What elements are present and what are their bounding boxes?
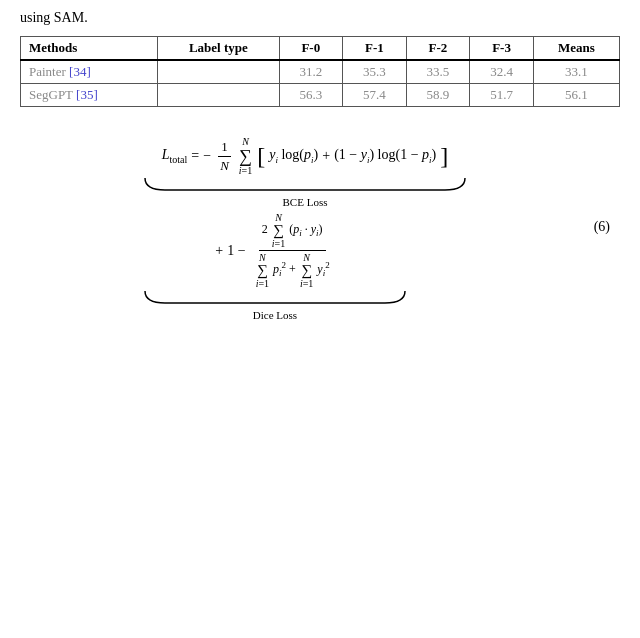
f3-cell: 51.7 <box>470 84 534 107</box>
table-row: Painter [34]31.235.333.532.433.1 <box>21 60 620 84</box>
label-type-cell <box>158 84 279 107</box>
formula-inner: Ltotal = − 1 N N ∑ i=1 [ <box>135 132 475 321</box>
formula-section: Ltotal = − 1 N N ∑ i=1 [ <box>20 127 620 326</box>
dice-section: + 1 − 2 N ∑ i=1 (pi · yi) <box>135 212 415 321</box>
dice-brace-svg <box>135 289 415 307</box>
full-equation: Ltotal = − 1 N N ∑ i=1 [ <box>30 132 610 321</box>
col-header-f0: F-0 <box>279 37 343 61</box>
bce-formula-row: Ltotal = − 1 N N ∑ i=1 [ <box>162 136 448 176</box>
dice-label: Dice Loss <box>253 309 297 321</box>
sum-symbol-bce: N ∑ i=1 <box>239 136 252 176</box>
col-header-methods: Methods <box>21 37 158 61</box>
col-header-f2: F-2 <box>406 37 470 61</box>
col-header-means: Means <box>533 37 619 61</box>
dice-underbrace: Dice Loss <box>135 289 415 321</box>
means-cell: 56.1 <box>533 84 619 107</box>
sum-denom2: N ∑ i=1 <box>300 252 313 289</box>
sum-denom1: N ∑ i=1 <box>256 252 269 289</box>
col-header-label: Label type <box>158 37 279 61</box>
sum-numerator: N ∑ i=1 <box>272 212 285 249</box>
f1-cell: 35.3 <box>343 60 407 84</box>
method-cell: SegGPT [35] <box>21 84 158 107</box>
one-minus-yi: (1 − yi) log(1 − pi) <box>334 147 436 165</box>
equation-number: (6) <box>594 219 610 235</box>
one-minus: 1 − <box>227 243 245 259</box>
yi-log-pi: yi log(pi) <box>269 147 318 165</box>
plus-sign-dice: + <box>215 243 223 259</box>
f1-cell: 57.4 <box>343 84 407 107</box>
col-header-f1: F-1 <box>343 37 407 61</box>
dice-fraction: 2 N ∑ i=1 (pi · yi) N ∑ <box>252 212 333 289</box>
f2-cell: 33.5 <box>406 60 470 84</box>
intro-text: using SAM. <box>20 10 620 26</box>
method-cell: Painter [34] <box>21 60 158 84</box>
label-type-cell <box>158 60 279 84</box>
bce-label: BCE Loss <box>283 196 328 208</box>
open-bracket: [ <box>257 144 265 168</box>
means-cell: 33.1 <box>533 60 619 84</box>
dice-formula-row: + 1 − 2 N ∑ i=1 (pi · yi) <box>215 212 334 289</box>
l-total-symbol: Ltotal <box>162 147 188 165</box>
f2-cell: 58.9 <box>406 84 470 107</box>
col-header-f3: F-3 <box>470 37 534 61</box>
bce-section: Ltotal = − 1 N N ∑ i=1 [ <box>135 136 475 208</box>
f0-cell: 56.3 <box>279 84 343 107</box>
bce-underbrace: BCE Loss <box>135 176 475 208</box>
minus-sign: − <box>203 148 211 164</box>
one-over-n: 1 N <box>217 139 232 174</box>
plus-sign-bce: + <box>322 148 330 164</box>
comparison-table: Methods Label type F-0 F-1 F-2 F-3 Means… <box>20 36 620 107</box>
close-bracket: ] <box>440 144 448 168</box>
table-row: SegGPT [35]56.357.458.951.756.1 <box>21 84 620 107</box>
bce-brace-svg <box>135 176 475 194</box>
f0-cell: 31.2 <box>279 60 343 84</box>
f3-cell: 32.4 <box>470 60 534 84</box>
equals-sign: = <box>191 148 199 164</box>
